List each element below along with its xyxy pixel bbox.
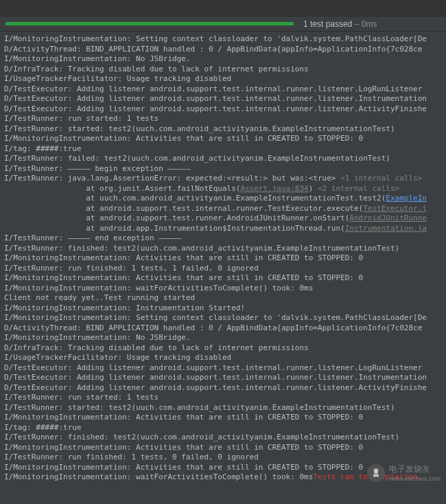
dim-text: <2 internal calls>	[318, 184, 399, 193]
log-line: I/TestRunner: ––––– begin exception ––––…	[4, 164, 442, 174]
log-line: I/MonitoringInstrumentation: Activities …	[4, 134, 442, 144]
log-line: I/MonitoringInstrumentation: No JSBridge…	[4, 333, 442, 343]
watermark-text-wrap: 电子发烧友 www.elecfans.com	[389, 463, 441, 482]
tests-time: – 0ms	[352, 19, 377, 29]
log-line: D/TestExecutor: Adding listener android.…	[4, 94, 442, 104]
test-progress-bar	[5, 22, 294, 25]
test-status-text: 1 test passed – 0ms	[303, 19, 377, 29]
log-line: I/TestRunner: run finished: 1 tests, 0 f…	[4, 453, 442, 463]
log-line: I/TestRunner: run started: 1 tests	[4, 393, 442, 403]
log-line: at android.app.Instrumentation$Instrumen…	[4, 224, 442, 234]
log-line: I/TestRunner: run finished: 1 tests, 1 f…	[4, 264, 442, 274]
log-line: I/TestRunner: failed: test2(uuch.com.and…	[4, 154, 442, 164]
log-line: D/TestExecutor: Adding listener android.…	[4, 383, 442, 393]
log-line: I/TestRunner: run started: 1 tests	[4, 114, 442, 124]
dim-text: <1 internal calls>	[340, 174, 422, 183]
watermark-url: www.elecfans.com	[389, 475, 441, 482]
log-line: D/InfraTrack: Tracking disabled due to l…	[4, 343, 442, 354]
log-line: at org.junit.Assert.failNotEquals(Assert…	[4, 184, 442, 194]
source-link[interactable]: AndroidJUnitRunne	[349, 214, 427, 222]
log-line: I/MonitoringInstrumentation: Setting con…	[4, 313, 442, 323]
log-line: at android.support.test.internal.runner.…	[4, 204, 442, 214]
log-line: I/TestRunner: started: test2(uuch.com.an…	[4, 124, 442, 135]
log-line: I/MonitoringInstrumentation: Activities …	[4, 413, 442, 423]
log-line: I/MonitoringInstrumentation: Instrumenta…	[4, 303, 442, 314]
tests-passed-count: 1 test passed	[303, 19, 352, 29]
log-line: I/MonitoringInstrumentation: waitForActi…	[4, 284, 442, 294]
log-line: I/TestRunner: ––––– end exception –––––	[4, 233, 442, 244]
log-line: D/TestExecutor: Adding listener android.…	[4, 373, 442, 383]
tab-bar	[0, 0, 446, 16]
log-line: D/TestExecutor: Adding listener android.…	[4, 363, 442, 374]
log-line: D/InfraTrack: Tracking disabled due to l…	[4, 65, 442, 75]
log-line: I/tag: #####:true	[4, 144, 442, 154]
log-line: I/MonitoringInstrumentation: No JSBridge…	[4, 54, 442, 65]
log-line: I/MonitoringInstrumentation: Activities …	[4, 273, 442, 284]
log-line: I/UsageTrackerFacilitator: Usage trackin…	[4, 74, 442, 84]
log-line: I/MonitoringInstrumentation: Activities …	[4, 253, 442, 264]
watermark-icon	[367, 464, 385, 482]
log-line: I/TestRunner: java.lang.AssertionError: …	[4, 174, 442, 184]
log-line: I/TestRunner: finished: test2(uuch.com.a…	[4, 244, 442, 254]
log-line: at uuch.com.android_activityanim.Example…	[4, 194, 442, 204]
log-line: D/ActivityThread: BIND_APPLICATION handl…	[4, 45, 442, 55]
source-link[interactable]: Instrumentation.ja	[345, 224, 427, 233]
log-line: D/TestExecutor: Adding listener android.…	[4, 104, 442, 115]
log-line: I/tag: #####:true	[4, 423, 442, 433]
log-line: D/ActivityThread: BIND_APPLICATION handl…	[4, 323, 442, 334]
source-link[interactable]: TestExecutor.j	[363, 204, 427, 213]
watermark-title: 电子发烧友	[389, 463, 441, 475]
source-link[interactable]: Assert.java:834	[240, 184, 308, 193]
watermark: 电子发烧友 www.elecfans.com	[367, 463, 441, 482]
log-line: I/TestRunner: started: test2(uuch.com.an…	[4, 403, 442, 413]
log-line: I/MonitoringInstrumentation: Activities …	[4, 443, 442, 453]
log-line: at android.support.test.runner.AndroidJU…	[4, 214, 442, 224]
log-line: Client not ready yet..Test running start…	[4, 293, 442, 303]
log-line: I/TestRunner: finished: test2(uuch.com.a…	[4, 433, 442, 443]
source-link[interactable]: ExampleIn	[386, 194, 427, 203]
log-line: I/MonitoringInstrumentation: Setting con…	[4, 34, 442, 45]
test-status-bar: 1 test passed – 0ms	[0, 16, 446, 32]
log-line: I/UsageTrackerFacilitator: Usage trackin…	[4, 353, 442, 363]
log-output-area[interactable]: I/MonitoringInstrumentation: Setting con…	[0, 32, 446, 485]
log-line: D/TestExecutor: Adding listener android.…	[4, 84, 442, 95]
